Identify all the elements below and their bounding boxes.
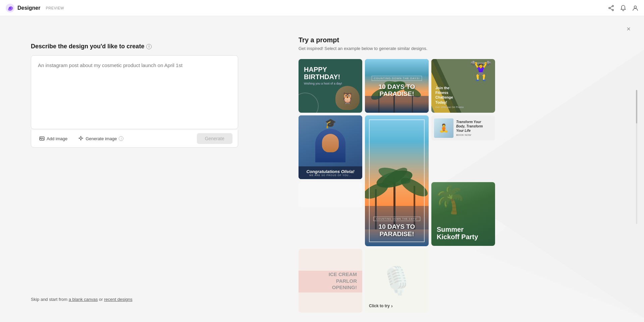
gallery-item-birthday[interactable]: HAPPYBIRTHDAY! Wishing you a hoot of a d… [299, 59, 362, 113]
yoga-text: Transform YourBody, TransformYour Life B… [456, 120, 483, 137]
paradise-content: COUNTING DOWN THE DAYS! 10 DAYS TO PARAD… [365, 71, 429, 101]
paradise-tall-countdown: COUNTING DOWN THE DAYS! [373, 217, 421, 221]
skip-prefix: Skip and start from [31, 297, 69, 302]
prompt-title: Try a prompt [299, 36, 617, 44]
gallery-item-click-to-try[interactable]: 🎙️ Click to try › [365, 249, 429, 313]
icecream-text: ICE CREAMPARLOROPENING! [329, 271, 357, 291]
summer-palm-overlay: 🌴 [431, 182, 495, 229]
svg-line-5 [610, 6, 612, 8]
birthday-circle [299, 93, 319, 113]
generate-button[interactable]: Generate [197, 133, 232, 144]
add-image-label: Add image [47, 136, 67, 141]
grad-cap: 🎓 [315, 119, 345, 128]
designer-logo-icon [5, 3, 15, 13]
svg-point-2 [612, 5, 613, 7]
generate-image-info-icon[interactable]: i [119, 136, 123, 141]
birthday-subtitle: Wishing you a hoot of a day! [304, 82, 357, 85]
gallery-item-paradise[interactable]: COUNTING DOWN THE DAYS! 10 DAYS TO PARAD… [365, 59, 429, 113]
gallery-item-icecream[interactable]: ICE CREAMPARLOROPENING! [299, 249, 362, 313]
app-title: Designer [17, 5, 40, 11]
section-heading: Describe the design you'd like to create… [31, 43, 238, 50]
scrollbar-track[interactable] [636, 90, 637, 224]
generate-image-button[interactable]: Generate image i [75, 135, 126, 143]
prompt-subtitle: Get inspired! Select an example below to… [299, 46, 617, 51]
grad-subtitle: WE ARE SO PROUD OF YOU... [301, 174, 360, 176]
right-panel: Try a prompt Get inspired! Select an exa… [278, 16, 644, 322]
navbar-icons [608, 5, 639, 11]
summer-title: SummerKickoff Party [437, 226, 490, 240]
paradise-title: 10 DAYS TO PARADISE! [368, 84, 425, 98]
close-button[interactable]: × [627, 25, 631, 32]
birthday-title: HAPPYBIRTHDAY! [304, 66, 357, 80]
paradise-countdown: COUNTING DOWN THE DAYS! [372, 76, 422, 81]
grad-person-area: 🎓 [315, 119, 345, 162]
icecream-title: ICE CREAMPARLOROPENING! [329, 271, 357, 291]
user-icon[interactable] [632, 5, 639, 11]
toolbar: Add image Generate image i Generate [31, 130, 238, 148]
svg-point-1 [9, 7, 11, 9]
grad-figure [315, 129, 345, 162]
or-text: or [98, 297, 104, 302]
paradise-tall-content: COUNTING DOWN THE DAYS! 10 DAYS TO PARAD… [365, 215, 429, 238]
grad-face [322, 134, 339, 152]
left-panel: Describe the design you'd like to create… [0, 16, 278, 322]
fitness-title: Join theFitnessChallengeToday! [435, 86, 464, 105]
click-to-try-text: Click to try [369, 304, 390, 308]
click-to-try-arrow: › [391, 303, 393, 309]
fitness-subtitle: Get 15% use Git Promo [435, 106, 464, 109]
generate-image-label: Generate image [86, 136, 117, 141]
skip-text: Skip and start from a blank canvas or re… [31, 290, 238, 302]
yoga-subtitle: BOOK NOW [456, 133, 483, 137]
preview-label: PREVIEW [46, 6, 64, 10]
app-logo[interactable]: Designer PREVIEW [5, 3, 64, 13]
fitness-text: Join theFitnessChallengeToday! Get 15% u… [435, 86, 464, 109]
section-heading-text: Describe the design you'd like to create [31, 43, 144, 50]
main-content: Describe the design you'd like to create… [0, 16, 644, 322]
add-image-icon [39, 136, 45, 141]
generate-image-icon [78, 136, 84, 141]
fitness-person: 🏋️‍♀️ [469, 62, 492, 80]
recent-designs-link[interactable]: recent designs [104, 297, 132, 302]
gallery-item-paradise-tall[interactable]: COUNTING DOWN THE DAYS! 10 DAYS TO PARAD… [365, 115, 429, 246]
grad-title: Congratulations Olivia! [301, 169, 360, 174]
gallery-item-fitness[interactable]: 🏋️‍♀️ Join theFitnessChallengeToday! Get… [431, 59, 495, 113]
gallery-item-yoga[interactable]: 🧘 Transform YourBody, TransformYour Life… [431, 115, 495, 141]
owl-image: 🦉 [335, 86, 360, 110]
yoga-title: Transform YourBody, TransformYour Life [456, 120, 483, 133]
click-to-try-label: Click to try › [369, 303, 393, 309]
gallery-item-graduation[interactable]: 🎓 Congratulations Olivia! WE ARE SO PROU… [299, 115, 362, 179]
paradise-tall-title: 10 DAYS TO PARADISE! [365, 223, 429, 238]
design-prompt-input[interactable] [31, 55, 238, 129]
add-image-button[interactable]: Add image [37, 135, 70, 143]
navbar: Designer PREVIEW [0, 0, 644, 16]
gallery-item-podcast[interactable] [299, 182, 362, 207]
svg-point-3 [612, 9, 613, 11]
svg-line-6 [610, 8, 612, 10]
summer-text: SummerKickoff Party [437, 226, 490, 240]
scrollbar-thumb[interactable] [636, 90, 637, 123]
gallery-grid: HAPPYBIRTHDAY! Wishing you a hoot of a d… [299, 59, 617, 313]
blank-canvas-link[interactable]: a blank canvas [69, 297, 98, 302]
info-icon[interactable]: i [146, 44, 152, 49]
svg-point-7 [634, 6, 637, 8]
yoga-image: 🧘 [434, 118, 453, 138]
grad-text: Congratulations Olivia! WE ARE SO PROUD … [299, 166, 362, 179]
share-icon[interactable] [608, 5, 614, 11]
bell-icon[interactable] [620, 5, 627, 11]
svg-point-4 [609, 7, 610, 9]
gallery-item-summer[interactable]: 🌴 SummerKickoff Party [431, 182, 495, 246]
